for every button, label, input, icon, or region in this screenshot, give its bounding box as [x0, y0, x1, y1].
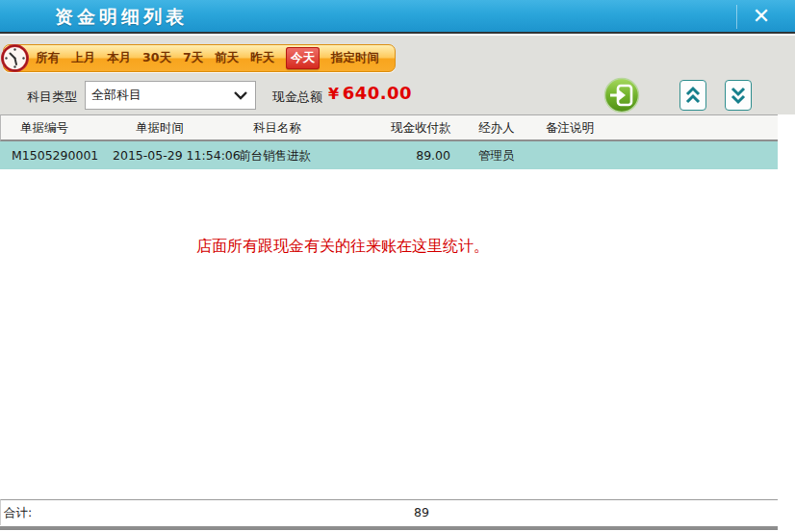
filter-30days-button[interactable]: 30天: [142, 50, 171, 66]
column-amount[interactable]: 现金收付款: [391, 115, 451, 140]
clock-icon: [1, 44, 29, 72]
titlebar-separator: [736, 5, 737, 29]
subject-type-label: 科目类型: [27, 89, 77, 106]
cash-total-value: 640.00: [343, 83, 412, 103]
cash-detail-window: 资金明细列表 ✕ 所有 上月 本月 30天 7天 前天 昨天 今天 指定时间 科…: [0, 0, 795, 532]
total-value: 89: [367, 500, 429, 525]
filter-yesterday-button[interactable]: 昨天: [250, 50, 274, 66]
annotation-text: 店面所有跟现金有关的往来账在这里统计。: [196, 237, 489, 257]
column-doc-time[interactable]: 单据时间: [136, 115, 184, 140]
currency-symbol: ¥: [328, 85, 340, 103]
filter-this-month-button[interactable]: 本月: [107, 50, 131, 66]
table-row[interactable]: M1505290001 2015-05-29 11:54:06 前台销售进款 8…: [0, 141, 778, 169]
filter-date-range-button[interactable]: 指定时间: [331, 50, 379, 66]
window-bottom-edge: [0, 526, 778, 530]
collapse-button[interactable]: [680, 80, 706, 111]
export-document-icon[interactable]: [603, 77, 640, 114]
filter-last-month-button[interactable]: 上月: [71, 50, 95, 66]
cell-doc-time: 2015-05-29 11:54:06: [113, 141, 241, 169]
filter-today-button[interactable]: 今天: [286, 47, 320, 69]
double-chevron-up-icon: [683, 85, 703, 106]
column-handler[interactable]: 经办人: [478, 115, 515, 140]
expand-button[interactable]: [725, 80, 752, 111]
date-filter-toolbar: 所有 上月 本月 30天 7天 前天 昨天 今天 指定时间: [3, 44, 396, 72]
total-label: 合计:: [4, 500, 32, 525]
double-chevron-down-icon: [729, 85, 748, 106]
window-title: 资金明细列表: [55, 0, 188, 33]
table-header: 单据编号 单据时间 科目名称 现金收付款 经办人 备注说明: [0, 114, 778, 141]
filter-day-before-yesterday-button[interactable]: 前天: [215, 50, 239, 66]
total-bar: 合计: 89: [0, 499, 778, 525]
column-subject[interactable]: 科目名称: [253, 115, 301, 140]
filter-7days-button[interactable]: 7天: [183, 50, 203, 66]
column-doc-no[interactable]: 单据编号: [20, 115, 68, 140]
cash-total-amount: ¥640.00: [328, 83, 412, 103]
cell-amount: 89.00: [366, 141, 450, 169]
close-icon[interactable]: ✕: [742, 0, 781, 34]
subject-type-value: 全部科目: [91, 88, 141, 102]
cell-subject: 前台销售进款: [239, 141, 311, 169]
cash-total-label: 现金总额: [272, 89, 322, 106]
filter-all-button[interactable]: 所有: [36, 50, 60, 66]
title-bar: 资金明细列表 ✕: [0, 0, 795, 34]
chevron-down-icon: [234, 90, 247, 100]
column-remark[interactable]: 备注说明: [546, 115, 594, 140]
cell-doc-no: M1505290001: [12, 141, 98, 169]
subject-type-select[interactable]: 全部科目: [85, 81, 256, 110]
cell-handler: 管理员: [478, 141, 515, 169]
